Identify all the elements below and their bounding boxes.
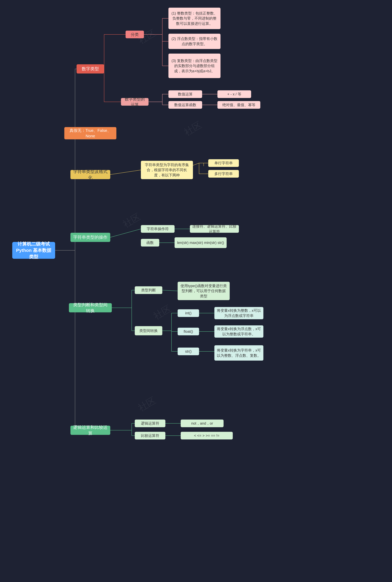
node-str-conv-desc: 将变量x转换为字符串，x可以为整数、浮点数、复数。: [214, 345, 264, 360]
float-conv-desc-label: 将变量x转换为浮点数，x可以为整数或字符串。: [217, 326, 261, 336]
node-number-type: 数字类型: [76, 64, 104, 74]
float-type-label: (2) 浮点数类型：指带有小数点的数字类型。: [171, 36, 218, 46]
svg-line-9: [193, 163, 199, 165]
svg-line-17: [162, 290, 178, 291]
node-str-conv: str(): [178, 348, 199, 355]
node-float-conv: float(): [178, 328, 199, 335]
node-complex-type: (3) 复数类型：由浮点数类型的实数部分与虚数部分组成，表示为a+bj或a+bJ…: [168, 54, 220, 78]
str-op-sym-val-label: 连接符、逻辑运算符、比较运算符: [192, 224, 236, 234]
node-number-op: 数字类型的运算: [121, 98, 148, 106]
node-str-func-val: len(str) max(str) min(str) str(): [174, 237, 227, 248]
node-logic: 逻辑运算和比较运算: [70, 426, 110, 435]
logic-op-val-label: not，and，or: [191, 421, 213, 426]
classify-label: 分类: [131, 32, 139, 37]
str-conv-label: str(): [185, 349, 192, 354]
node-type-judge: 类型判断: [135, 286, 162, 294]
mindmap-container: 计算机二级考试 Python 基本数据类型 数字类型 真假无：True、Fals…: [0, 0, 392, 582]
type-between-label: 类型间转换: [139, 328, 158, 333]
node-compare-op-val: < <= > >= == !=: [181, 432, 233, 440]
node-int-conv-desc: 将变量x转换为整数，x可以为浮点数或字符串: [214, 307, 264, 319]
node-arithmetic: 数值运算: [168, 90, 202, 98]
arithmetic-label: 数值运算: [178, 92, 193, 97]
logic-label: 逻辑运算和比较运算: [73, 424, 108, 436]
node-str-func: 函数: [141, 239, 159, 246]
bool-label: 真假无：True、False、None: [67, 128, 114, 139]
svg-line-13: [110, 229, 141, 237]
number-type-label: 数字类型: [82, 66, 99, 72]
node-float-conv-desc: 将变量x转换为浮点数，x可以为整数或字符串。: [214, 325, 264, 338]
node-type-judge-desc: 使用type()函数对变量进行类型判断，可以用于任何数据类型: [178, 282, 230, 300]
node-math-func-val: 绝对值、最值、幂等: [218, 101, 260, 109]
node-multi-str: 多行字符串: [208, 170, 239, 178]
logic-op-label: 逻辑运算符: [141, 421, 159, 426]
string-op-label: 字符串类型的操作: [73, 234, 108, 240]
math-func-val-label: 绝对值、最值、幂等: [222, 102, 256, 108]
node-float-type: (2) 浮点数类型：指带有小数点的数字类型。: [168, 34, 220, 49]
complex-type-label: (3) 复数类型：由浮点数类型的实数部分与虚数部分组成，表示为a+bj或a+bJ…: [171, 58, 218, 74]
node-type-conv: 类型判断和类型间转换: [69, 303, 112, 312]
str-conv-desc-label: 将变量x转换为字符串，x可以为整数、浮点数、复数。: [217, 348, 261, 358]
int-conv-desc-label: 将变量x转换为整数，x可以为浮点数或字符串: [217, 308, 261, 318]
node-string-desc: 字符串类型为字符的有序集合，根据字符串的不同长度，有以下两种: [141, 161, 193, 179]
node-bool: 真假无：True、False、None: [64, 127, 116, 139]
node-string-op: 字符串类型的操作: [70, 233, 110, 242]
watermark-4: 社区: [151, 302, 173, 322]
number-op-label: 数字类型的运算: [124, 96, 146, 108]
arithmetic-val-label: + - x / 等: [227, 92, 241, 97]
watermark-2: 社区: [182, 119, 204, 138]
node-str-op-sym: 字符串操作符: [141, 225, 174, 233]
math-func-label: 数值运算函数: [174, 102, 196, 108]
node-str-op-sym-val: 连接符、逻辑运算符、比较运算符: [190, 225, 239, 233]
watermark-3: 社区: [121, 210, 143, 230]
node-compare-op: 比较运算符: [135, 432, 166, 440]
svg-line-8: [110, 170, 141, 174]
string-type-label: 字符串类型及格式化: [73, 168, 108, 180]
multi-str-label: 多行字符串: [214, 171, 233, 176]
node-logic-op-val: not，and，or: [181, 420, 224, 427]
string-desc-label: 字符串类型为字符的有序集合，根据字符串的不同长度，有以下两种: [143, 162, 190, 178]
single-str-label: 单行字符串: [214, 160, 233, 166]
compare-op-label: 比较运算符: [141, 433, 159, 438]
node-string-type: 字符串类型及格式化: [70, 170, 110, 179]
str-func-val-label: len(str) max(str) min(str) str(): [177, 240, 224, 245]
type-conv-label: 类型判断和类型间转换: [71, 302, 109, 314]
int-type-label: (1) 整数类型：包括正整数、负整数与零，不同进制的整数可以直接进行运算。: [171, 11, 218, 26]
type-judge-desc-label: 使用type()函数对变量进行类型判断，可以用于任何数据类型: [180, 283, 227, 299]
root-label: 计算机二级考试 Python 基本数据类型: [15, 241, 53, 260]
str-op-sym-label: 字符串操作符: [147, 226, 169, 232]
node-logic-op: 逻辑运算符: [135, 420, 166, 427]
node-arithmetic-val: + - x / 等: [218, 90, 251, 98]
node-type-between: 类型间转换: [135, 326, 162, 335]
node-math-func: 数值运算函数: [168, 101, 202, 109]
str-func-label: 函数: [146, 240, 154, 245]
node-int-conv: int(): [178, 309, 199, 317]
node-int-type: (1) 整数类型：包括正整数、负整数与零，不同进制的整数可以直接进行运算。: [168, 8, 220, 29]
float-conv-label: float(): [184, 329, 193, 334]
root-node: 计算机二级考试 Python 基本数据类型: [12, 242, 55, 259]
compare-op-val-label: < <= > >= == !=: [194, 433, 220, 438]
watermark-5: 社区: [136, 394, 158, 414]
type-judge-label: 类型判断: [141, 288, 156, 293]
int-conv-label: int(): [185, 310, 192, 316]
node-classify: 分类: [126, 30, 144, 38]
node-single-str: 单行字符串: [208, 159, 239, 167]
